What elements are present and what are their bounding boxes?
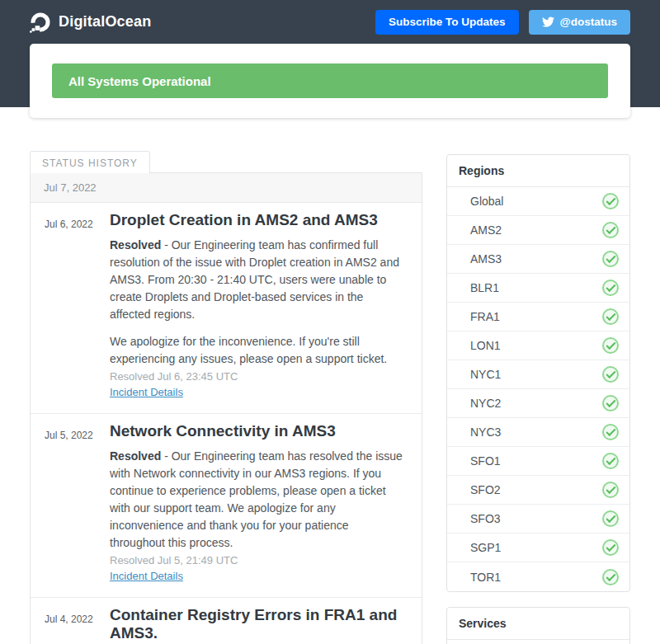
incident-title: Droplet Creation in AMS2 and AMS3 xyxy=(110,211,407,229)
check-circle-icon xyxy=(602,366,619,383)
incident-details-link[interactable]: Incident Details xyxy=(110,385,183,400)
incident-date: Jul 5, 2022 xyxy=(31,422,110,584)
region-label: TOR1 xyxy=(470,571,501,584)
region-row-nyc2: NYC2 xyxy=(447,389,629,418)
services-card-title: Services xyxy=(447,608,629,640)
region-row-fra1: FRA1 xyxy=(447,303,629,331)
region-label: SFO2 xyxy=(470,483,501,496)
region-row-sfo3: SFO3 xyxy=(447,505,629,534)
incident-row: Jul 5, 2022 Network Connectivity in AMS3… xyxy=(31,414,422,598)
regions-card-title: Regions xyxy=(447,155,629,187)
check-circle-icon xyxy=(602,308,619,325)
check-circle-icon xyxy=(602,569,619,585)
check-circle-icon xyxy=(602,510,619,527)
service-row xyxy=(447,640,629,644)
sidebar: Regions Global AMS2 AMS3 BLR1 FRA1 xyxy=(446,154,630,644)
check-circle-icon xyxy=(602,453,619,469)
incident-row: Jul 4, 2022 Container Registry Errors in… xyxy=(31,598,422,644)
region-label: AMS3 xyxy=(470,252,502,266)
check-circle-icon xyxy=(602,251,619,267)
regions-card: Regions Global AMS2 AMS3 BLR1 FRA1 xyxy=(446,154,630,592)
status-banner-text: All Systems Operational xyxy=(68,74,211,88)
incident-body: Droplet Creation in AMS2 and AMS3 Resolv… xyxy=(110,211,422,400)
region-label: Global xyxy=(470,195,503,208)
incident-resolved-timestamp: Resolved Jul 5, 21:49 UTC xyxy=(110,553,407,568)
region-row-nyc3: NYC3 xyxy=(447,418,629,447)
status-history-section: STATUS HISTORY Jul 7, 2022 Jul 6, 2022 D… xyxy=(30,151,422,644)
region-row-ams2: AMS2 xyxy=(447,216,629,245)
check-circle-icon xyxy=(602,222,619,238)
region-row-lon1: LON1 xyxy=(447,331,629,360)
status-banner: All Systems Operational xyxy=(52,63,608,98)
date-header: Jul 7, 2022 xyxy=(31,173,422,203)
incident-status-label: Resolved xyxy=(110,449,161,463)
region-label: AMS2 xyxy=(470,223,502,237)
subscribe-button[interactable]: Subscribe To Updates xyxy=(375,10,519,35)
region-label: FRA1 xyxy=(470,310,500,323)
region-row-sfo2: SFO2 xyxy=(447,476,629,505)
region-label: SFO1 xyxy=(470,454,501,468)
incident-date: Jul 4, 2022 xyxy=(31,606,110,644)
top-nav: DigitalOcean Subscribe To Updates @dosta… xyxy=(0,0,660,44)
incident-details-link[interactable]: Incident Details xyxy=(110,569,183,584)
brand: DigitalOcean xyxy=(30,12,151,33)
services-card: Services xyxy=(446,607,630,644)
check-circle-icon xyxy=(602,193,619,209)
region-label: BLR1 xyxy=(470,281,499,294)
region-row-tor1: TOR1 xyxy=(447,562,629,591)
region-row-global: Global xyxy=(447,187,629,216)
incident-text: Resolved - Our Engineering team has conf… xyxy=(110,237,407,323)
region-row-sgp1: SGP1 xyxy=(447,534,629,562)
region-row-ams3: AMS3 xyxy=(447,245,629,274)
incident-list: Jul 7, 2022 Jul 6, 2022 Droplet Creation… xyxy=(30,172,422,644)
status-card: All Systems Operational xyxy=(30,44,630,118)
check-circle-icon xyxy=(602,395,619,411)
check-circle-icon xyxy=(602,482,619,498)
tab-status-history[interactable]: STATUS HISTORY xyxy=(30,151,150,173)
region-label: NYC1 xyxy=(470,368,501,381)
twitter-button-label: @dostatus xyxy=(560,16,617,28)
twitter-bird-icon xyxy=(542,16,554,27)
check-circle-icon xyxy=(602,280,619,296)
region-label: NYC2 xyxy=(470,397,501,410)
region-label: NYC3 xyxy=(470,425,501,439)
brand-name: DigitalOcean xyxy=(59,13,151,31)
check-circle-icon xyxy=(602,424,619,440)
region-row-blr1: BLR1 xyxy=(447,274,629,303)
main-content: STATUS HISTORY Jul 7, 2022 Jul 6, 2022 D… xyxy=(30,151,630,644)
incident-text: We apologize for the inconvenience. If y… xyxy=(110,333,407,368)
incident-status-label: Resolved xyxy=(110,238,161,251)
twitter-button[interactable]: @dostatus xyxy=(529,10,630,35)
incident-body: Container Registry Errors in FRA1 and AM… xyxy=(110,606,422,644)
region-label: LON1 xyxy=(470,339,501,352)
check-circle-icon xyxy=(602,539,619,556)
check-circle-icon xyxy=(602,337,619,354)
incident-title: Network Connectivity in AMS3 xyxy=(110,422,407,440)
digitalocean-logo-icon xyxy=(30,12,51,33)
incident-title: Container Registry Errors in FRA1 and AM… xyxy=(110,606,407,642)
incident-body: Network Connectivity in AMS3 Resolved - … xyxy=(110,422,422,584)
region-label: SGP1 xyxy=(470,541,501,554)
incident-text-body: - Our Engineering team has resolved the … xyxy=(110,449,403,549)
region-label: SFO3 xyxy=(470,512,501,525)
incident-date: Jul 6, 2022 xyxy=(31,211,110,400)
subscribe-button-label: Subscribe To Updates xyxy=(389,16,506,28)
incident-resolved-timestamp: Resolved Jul 6, 23:45 UTC xyxy=(110,369,407,384)
region-row-sfo1: SFO1 xyxy=(447,447,629,476)
region-row-nyc1: NYC1 xyxy=(447,360,629,389)
incident-row: Jul 6, 2022 Droplet Creation in AMS2 and… xyxy=(31,203,422,414)
incident-text: Resolved - Our Engineering team has reso… xyxy=(110,448,407,552)
